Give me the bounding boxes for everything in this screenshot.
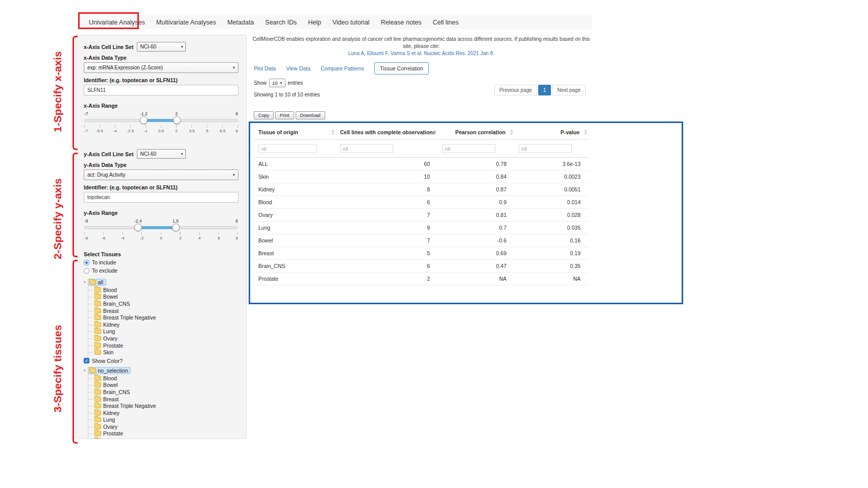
tree-node-kidney[interactable]: Kidney [94,321,238,328]
download-button[interactable]: Download [296,111,325,119]
sort-icon[interactable] [584,130,587,135]
tab-tissue-correlation[interactable]: Tissue Correlation [374,62,429,75]
tree-node-skin[interactable]: Skin [94,349,238,356]
table-row[interactable]: Breast 5 0.69 0.19 [254,247,589,260]
x-data-type-label: x-Axis Data Type [84,55,238,61]
page-1-button[interactable]: 1 [538,85,551,95]
tree-node-breast[interactable]: Breast [94,307,238,314]
next-page-button[interactable]: Next page [552,85,586,95]
sort-icon[interactable] [433,130,437,135]
table-row[interactable]: ALL 60 0.78 3.6e-13 [254,158,589,170]
filter-p-value-input[interactable] [519,144,572,153]
x-range-low-handle[interactable] [140,116,148,124]
tree-node-brain-cns[interactable]: Brain_CNS [94,300,238,307]
tree-node-prostate[interactable]: Prostate [94,342,238,349]
cell-tissue: Blood [254,196,336,209]
tree-node-breast-triple-negative[interactable]: Breast Triple Negative [94,402,238,409]
table-row[interactable]: Lung 9 0.7 0.035 [254,222,589,234]
filter-pearson-input[interactable] [442,144,495,153]
tree-node-bowel[interactable]: Bowel [94,382,238,389]
tissues-include-radio-row[interactable]: To include [84,259,238,265]
tab-plot-data[interactable]: Plot Data [254,65,276,71]
nav-video-tutorial[interactable]: Video tutorial [327,19,375,26]
nav-univariate-analyses[interactable]: Univariate Analyses [83,19,151,26]
tree-node-skin[interactable]: Skin [94,437,238,439]
tab-view-data[interactable]: View Data [286,65,310,71]
tree-node-ovary[interactable]: Ovary [94,335,238,342]
previous-page-button[interactable]: Previous page [494,85,537,95]
tree-node-breast[interactable]: Breast [94,396,238,403]
table-row[interactable]: Ovary 7 0.81 0.028 [254,209,589,222]
tree-node-selected[interactable]: all [88,279,107,286]
sort-desc-arrow [584,133,587,135]
tree-node-bowel[interactable]: Bowel [94,294,238,301]
table-row[interactable]: Prostate 2 NA NA [254,273,589,285]
tree-expanded-icon[interactable]: ▾ [84,369,86,373]
col-header-p-value[interactable]: P-value [515,125,589,140]
cell-pearson: 0.7 [438,222,515,234]
tree-node-lung[interactable]: Lung [94,328,238,335]
tree-node-prostate[interactable]: Prostate [94,430,238,437]
tree-item-label: Skin [103,437,113,439]
pagination: Previous page 1 Next page [494,85,586,95]
tree-node-blood[interactable]: Blood [94,286,238,294]
nav-multivariate-analyses[interactable]: Multivariate Analyses [151,19,222,26]
copy-button[interactable]: Copy [254,111,274,119]
y-range-low-handle[interactable] [134,224,142,231]
table-row[interactable]: Blood 6 0.9 0.014 [254,196,589,209]
cell-pvalue: 0.014 [515,196,589,209]
nav-metadata[interactable]: Metadata [222,19,259,26]
filter-cell-lines-input[interactable] [340,144,393,153]
sidebar-controls: x-Axis Cell Line Set NCI-60 ▾ x-Axis Dat… [76,35,247,439]
y-data-type-label: y-Axis Data Type [84,162,238,168]
print-button[interactable]: Print [275,111,294,119]
tree-node-no-selection[interactable]: ▾ no_selection [84,367,238,374]
tick-label: -2 [140,236,143,240]
col-header-cell-lines[interactable]: Cell lines with complete observations [336,125,438,140]
y-range-high-handle[interactable] [172,224,180,231]
tree-node-breast-triple-negative[interactable]: Breast Triple Negative [94,314,238,321]
table-row[interactable]: Skin 10 0.84 0.0023 [254,170,589,183]
nav-release-notes[interactable]: Release notes [375,19,427,26]
tree-item-label: Ovary [103,424,117,430]
filter-tissue-input[interactable] [258,144,317,153]
tree-node-selected[interactable]: no_selection [88,367,131,374]
y-identifier-input[interactable] [84,192,238,203]
tree-expanded-icon[interactable]: ▾ [84,280,86,284]
nav-cell-lines[interactable]: Cell lines [427,19,465,26]
x-identifier-input[interactable] [84,85,238,95]
tree-node-all[interactable]: ▾ all [84,279,238,286]
folder-icon [94,403,101,408]
tree-node-blood[interactable]: Blood [94,375,238,382]
show-color-checkbox-row[interactable]: ✓ Show Color? [84,358,238,364]
cell-tissue: Ovary [254,209,336,222]
folder-icon [94,382,101,387]
cell-count: 10 [336,170,438,183]
cell-count: 60 [336,158,438,170]
table-row[interactable]: Kidney 8 0.87 0.0051 [254,183,589,196]
tree-node-ovary[interactable]: Ovary [94,423,238,430]
radio-selected-icon[interactable] [84,260,89,265]
nav-help[interactable]: Help [302,19,327,26]
col-header-tissue-of-origin[interactable]: Tissue of origin [254,125,336,140]
sort-icon[interactable] [331,130,334,135]
entries-count-select[interactable]: 10 ▾ [269,79,285,87]
tissues-exclude-radio-row[interactable]: To exclude [84,267,238,274]
checkbox-checked-icon[interactable]: ✓ [84,358,89,363]
y-data-type-select[interactable]: act: Drug Activity ▾ [84,169,238,180]
col-header-pearson-correlation[interactable]: Pearson correlation [438,125,515,140]
y-cell-line-set-select[interactable]: NCI-60 ▾ [137,149,186,159]
tree-node-brain-cns[interactable]: Brain_CNS [94,388,238,396]
tab-compare-patterns[interactable]: Compare Patterns [321,65,364,71]
table-row[interactable]: Brain_CNS 6 0.47 0.35 [254,260,589,273]
nav-search-ids[interactable]: Search IDs [259,19,302,26]
table-row[interactable]: Bowel 7 -0.6 0.16 [254,234,589,247]
citation-link[interactable]: Luna A, Elloumi F, Varma S et al. Nuclei… [249,51,594,56]
x-data-type-select[interactable]: exp: mRNA Expression (Z-Score) ▾ [84,62,238,73]
radio-unselected-icon[interactable] [84,268,89,274]
tree-node-kidney[interactable]: Kidney [94,409,238,417]
x-range-high-handle[interactable] [173,116,181,124]
tree-node-lung[interactable]: Lung [94,417,238,424]
x-cell-line-set-select[interactable]: NCI-60 ▾ [137,42,186,52]
sort-icon[interactable] [510,130,513,135]
